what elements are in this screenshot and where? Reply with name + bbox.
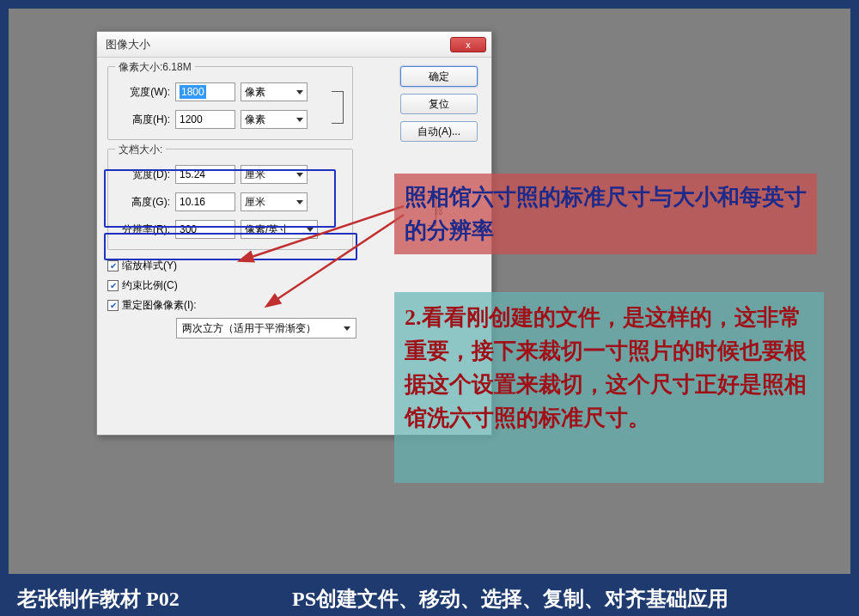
doc-width-input[interactable]: 15.24 — [175, 165, 235, 184]
reset-button[interactable]: 复位 — [400, 94, 478, 114]
chevron-down-icon — [296, 173, 303, 177]
annotation-cyan-box: 2.看看刚创建的文件，是这样的，这非常重要，接下来裁切一寸照片的时候也要根据这个… — [394, 292, 824, 483]
footer-left: 老张制作教材 P02 — [17, 585, 258, 613]
doc-height-unit-select[interactable]: 厘米 — [241, 192, 308, 211]
chevron-down-icon — [296, 200, 303, 204]
resample-label: 重定图像像素(I): — [122, 298, 197, 313]
scale-styles-label: 缩放样式(Y) — [122, 259, 177, 273]
resolution-unit-select[interactable]: 像素/英寸 — [241, 220, 318, 239]
chevron-down-icon — [296, 90, 303, 95]
px-height-unit-select[interactable]: 像素 — [241, 110, 308, 129]
chevron-down-icon — [296, 118, 303, 122]
px-height-label: 高度(H): — [117, 113, 170, 127]
doc-width-label: 宽度(D): — [117, 168, 170, 182]
scale-styles-row[interactable]: ✔ 缩放样式(Y) — [107, 259, 481, 273]
px-height-input[interactable]: 1200 — [175, 110, 235, 129]
footer-right: PS创建文件、移动、选择、复制、对齐基础应用 — [292, 585, 728, 613]
document-size-group: 文档大小: 宽度(D): 15.24 厘米 高度(G): 10.16 厘米 分辨… — [107, 149, 353, 250]
auto-button[interactable]: 自动(A)... — [400, 121, 478, 142]
scale-styles-checkbox[interactable]: ✔ — [107, 260, 119, 271]
px-width-unit-select[interactable]: 像素 — [241, 82, 308, 101]
px-width-label: 宽度(W): — [117, 85, 170, 100]
constrain-row[interactable]: ✔ 约束比例(C) — [107, 278, 481, 293]
dialog-titlebar[interactable]: 图像大小 x — [97, 32, 491, 58]
pixel-dim-legend: 像素大小:6.18M — [115, 60, 195, 75]
annotation-red-box: 照相馆六寸照的标准尺寸与大小和每英寸的分辨率 — [394, 174, 817, 254]
ok-button[interactable]: 确定 — [400, 66, 478, 87]
close-button[interactable]: x — [450, 37, 486, 52]
close-icon: x — [466, 40, 471, 50]
resample-checkbox[interactable]: ✔ — [107, 300, 119, 311]
doc-height-input[interactable]: 10.16 — [175, 192, 235, 211]
dialog-title: 图像大小 — [106, 37, 150, 52]
doc-size-legend: 文档大小: — [115, 143, 166, 157]
doc-height-label: 高度(G): — [117, 195, 170, 210]
resolution-label: 分辨率(R): — [117, 223, 170, 237]
button-column: 确定 复位 自动(A)... — [400, 66, 478, 142]
link-bracket-icon — [332, 91, 344, 124]
canvas-area: 图像大小 x 确定 复位 自动(A)... 像素大小:6.18M 宽度(W): … — [9, 9, 850, 574]
interpolation-select[interactable]: 两次立方（适用于平滑渐变） — [176, 318, 356, 338]
constrain-label: 约束比例(C) — [122, 278, 178, 293]
resolution-input[interactable]: 300 — [175, 220, 235, 239]
doc-width-unit-select[interactable]: 厘米 — [241, 165, 308, 184]
constrain-checkbox[interactable]: ✔ — [107, 280, 119, 291]
chevron-down-icon — [344, 326, 350, 331]
pixel-dimensions-group: 像素大小:6.18M 宽度(W): 1800 像素 高度(H): 1200 像素 — [107, 66, 353, 140]
px-width-input[interactable]: 1800 — [175, 82, 235, 101]
chevron-down-icon — [307, 228, 314, 232]
page-footer: 老张制作教材 P02 PS创建文件、移动、选择、复制、对齐基础应用 — [0, 582, 859, 616]
